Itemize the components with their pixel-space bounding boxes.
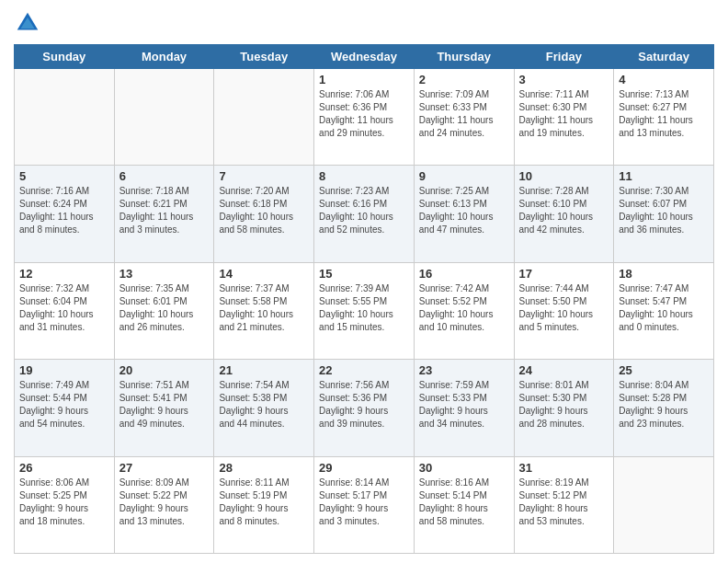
calendar-week-row: 1Sunrise: 7:06 AM Sunset: 6:36 PM Daylig… — [15, 69, 714, 166]
calendar-cell: 3Sunrise: 7:11 AM Sunset: 6:30 PM Daylig… — [514, 69, 614, 166]
day-info: Sunrise: 7:25 AM Sunset: 6:13 PM Dayligh… — [419, 185, 509, 236]
day-number: 29 — [319, 461, 409, 475]
calendar-cell: 9Sunrise: 7:25 AM Sunset: 6:13 PM Daylig… — [414, 166, 514, 262]
calendar-cell: 4Sunrise: 7:13 AM Sunset: 6:27 PM Daylig… — [614, 69, 714, 166]
calendar-cell: 6Sunrise: 7:18 AM Sunset: 6:21 PM Daylig… — [114, 166, 214, 262]
day-info: Sunrise: 7:47 AM Sunset: 5:47 PM Dayligh… — [619, 282, 709, 334]
weekday-header-tuesday: Tuesday — [214, 45, 314, 69]
day-info: Sunrise: 8:06 AM Sunset: 5:25 PM Dayligh… — [19, 477, 109, 528]
day-info: Sunrise: 7:20 AM Sunset: 6:18 PM Dayligh… — [219, 185, 309, 236]
day-number: 31 — [519, 461, 609, 475]
weekday-header-thursday: Thursday — [414, 45, 514, 69]
calendar-cell: 5Sunrise: 7:16 AM Sunset: 6:24 PM Daylig… — [15, 166, 115, 262]
day-info: Sunrise: 7:13 AM Sunset: 6:27 PM Dayligh… — [619, 88, 709, 140]
calendar-cell: 13Sunrise: 7:35 AM Sunset: 6:01 PM Dayli… — [114, 262, 214, 359]
calendar-week-row: 5Sunrise: 7:16 AM Sunset: 6:24 PM Daylig… — [15, 166, 714, 262]
calendar-week-row: 26Sunrise: 8:06 AM Sunset: 5:25 PM Dayli… — [15, 456, 714, 553]
day-info: Sunrise: 7:42 AM Sunset: 5:52 PM Dayligh… — [419, 282, 509, 334]
calendar-week-row: 12Sunrise: 7:32 AM Sunset: 6:04 PM Dayli… — [15, 262, 714, 359]
day-number: 11 — [619, 169, 709, 183]
day-number: 27 — [119, 461, 210, 475]
day-info: Sunrise: 7:18 AM Sunset: 6:21 PM Dayligh… — [119, 185, 210, 236]
day-number: 22 — [319, 363, 409, 377]
calendar-cell: 23Sunrise: 7:59 AM Sunset: 5:33 PM Dayli… — [414, 360, 514, 456]
day-number: 1 — [319, 73, 409, 86]
calendar-cell: 31Sunrise: 8:19 AM Sunset: 5:12 PM Dayli… — [514, 456, 614, 553]
day-number: 3 — [519, 73, 609, 86]
calendar-cell: 18Sunrise: 7:47 AM Sunset: 5:47 PM Dayli… — [614, 262, 714, 359]
calendar-cell: 14Sunrise: 7:37 AM Sunset: 5:58 PM Dayli… — [214, 262, 314, 359]
calendar-cell: 19Sunrise: 7:49 AM Sunset: 5:44 PM Dayli… — [15, 360, 115, 456]
day-number: 7 — [219, 169, 309, 183]
day-info: Sunrise: 7:49 AM Sunset: 5:44 PM Dayligh… — [19, 379, 109, 431]
calendar-cell: 11Sunrise: 7:30 AM Sunset: 6:07 PM Dayli… — [614, 166, 714, 262]
calendar-cell: 17Sunrise: 7:44 AM Sunset: 5:50 PM Dayli… — [514, 262, 614, 359]
calendar-cell: 22Sunrise: 7:56 AM Sunset: 5:36 PM Dayli… — [314, 360, 415, 456]
calendar-cell: 25Sunrise: 8:04 AM Sunset: 5:28 PM Dayli… — [614, 360, 714, 456]
day-number: 2 — [419, 73, 509, 86]
weekday-header-wednesday: Wednesday — [314, 45, 415, 69]
page: SundayMondayTuesdayWednesdayThursdayFrid… — [0, 0, 728, 563]
calendar-cell — [614, 456, 714, 553]
day-info: Sunrise: 7:09 AM Sunset: 6:33 PM Dayligh… — [419, 88, 509, 140]
calendar-cell: 27Sunrise: 8:09 AM Sunset: 5:22 PM Dayli… — [114, 456, 214, 553]
day-info: Sunrise: 7:51 AM Sunset: 5:41 PM Dayligh… — [119, 379, 210, 431]
day-info: Sunrise: 8:16 AM Sunset: 5:14 PM Dayligh… — [419, 477, 509, 528]
day-info: Sunrise: 7:35 AM Sunset: 6:01 PM Dayligh… — [119, 282, 210, 334]
day-info: Sunrise: 8:19 AM Sunset: 5:12 PM Dayligh… — [519, 477, 609, 528]
calendar-cell: 28Sunrise: 8:11 AM Sunset: 5:19 PM Dayli… — [214, 456, 314, 553]
calendar-cell: 20Sunrise: 7:51 AM Sunset: 5:41 PM Dayli… — [114, 360, 214, 456]
day-info: Sunrise: 8:01 AM Sunset: 5:30 PM Dayligh… — [519, 379, 609, 431]
calendar-cell: 8Sunrise: 7:23 AM Sunset: 6:16 PM Daylig… — [314, 166, 415, 262]
day-number: 26 — [19, 461, 109, 475]
day-number: 6 — [119, 169, 210, 183]
calendar-cell: 2Sunrise: 7:09 AM Sunset: 6:33 PM Daylig… — [414, 69, 514, 166]
calendar-week-row: 19Sunrise: 7:49 AM Sunset: 5:44 PM Dayli… — [15, 360, 714, 456]
day-number: 14 — [219, 267, 309, 281]
day-info: Sunrise: 7:23 AM Sunset: 6:16 PM Dayligh… — [319, 185, 409, 236]
day-number: 4 — [619, 73, 709, 86]
logo-icon — [14, 9, 41, 37]
day-number: 13 — [119, 267, 210, 281]
day-info: Sunrise: 8:04 AM Sunset: 5:28 PM Dayligh… — [619, 379, 709, 431]
day-info: Sunrise: 7:37 AM Sunset: 5:58 PM Dayligh… — [219, 282, 309, 334]
calendar-cell: 16Sunrise: 7:42 AM Sunset: 5:52 PM Dayli… — [414, 262, 514, 359]
day-number: 5 — [19, 169, 109, 183]
day-info: Sunrise: 8:14 AM Sunset: 5:17 PM Dayligh… — [319, 477, 409, 528]
day-number: 23 — [419, 363, 509, 377]
day-number: 8 — [319, 169, 409, 183]
day-number: 30 — [419, 461, 509, 475]
day-info: Sunrise: 7:56 AM Sunset: 5:36 PM Dayligh… — [319, 379, 409, 431]
calendar-cell — [15, 69, 115, 166]
day-info: Sunrise: 7:06 AM Sunset: 6:36 PM Dayligh… — [319, 88, 409, 140]
day-number: 19 — [19, 363, 109, 377]
calendar-cell: 1Sunrise: 7:06 AM Sunset: 6:36 PM Daylig… — [314, 69, 415, 166]
calendar-cell: 29Sunrise: 8:14 AM Sunset: 5:17 PM Dayli… — [314, 456, 415, 553]
day-info: Sunrise: 8:11 AM Sunset: 5:19 PM Dayligh… — [219, 477, 309, 528]
day-info: Sunrise: 7:32 AM Sunset: 6:04 PM Dayligh… — [19, 282, 109, 334]
calendar-cell: 30Sunrise: 8:16 AM Sunset: 5:14 PM Dayli… — [414, 456, 514, 553]
day-number: 15 — [319, 267, 409, 281]
calendar-cell: 10Sunrise: 7:28 AM Sunset: 6:10 PM Dayli… — [514, 166, 614, 262]
day-number: 21 — [219, 363, 309, 377]
day-info: Sunrise: 7:39 AM Sunset: 5:55 PM Dayligh… — [319, 282, 409, 334]
day-info: Sunrise: 8:09 AM Sunset: 5:22 PM Dayligh… — [119, 477, 210, 528]
day-info: Sunrise: 7:44 AM Sunset: 5:50 PM Dayligh… — [519, 282, 609, 334]
day-number: 20 — [119, 363, 210, 377]
day-number: 16 — [419, 267, 509, 281]
day-info: Sunrise: 7:16 AM Sunset: 6:24 PM Dayligh… — [19, 185, 109, 236]
day-number: 9 — [419, 169, 509, 183]
day-number: 17 — [519, 267, 609, 281]
calendar-cell — [114, 69, 214, 166]
logo — [14, 9, 45, 37]
day-number: 18 — [619, 267, 709, 281]
day-info: Sunrise: 7:59 AM Sunset: 5:33 PM Dayligh… — [419, 379, 509, 431]
day-number: 24 — [519, 363, 609, 377]
calendar-cell: 24Sunrise: 8:01 AM Sunset: 5:30 PM Dayli… — [514, 360, 614, 456]
weekday-header-monday: Monday — [114, 45, 214, 69]
day-info: Sunrise: 7:11 AM Sunset: 6:30 PM Dayligh… — [519, 88, 609, 140]
weekday-header-row: SundayMondayTuesdayWednesdayThursdayFrid… — [15, 45, 714, 69]
day-number: 28 — [219, 461, 309, 475]
calendar-cell: 15Sunrise: 7:39 AM Sunset: 5:55 PM Dayli… — [314, 262, 415, 359]
day-number: 10 — [519, 169, 609, 183]
